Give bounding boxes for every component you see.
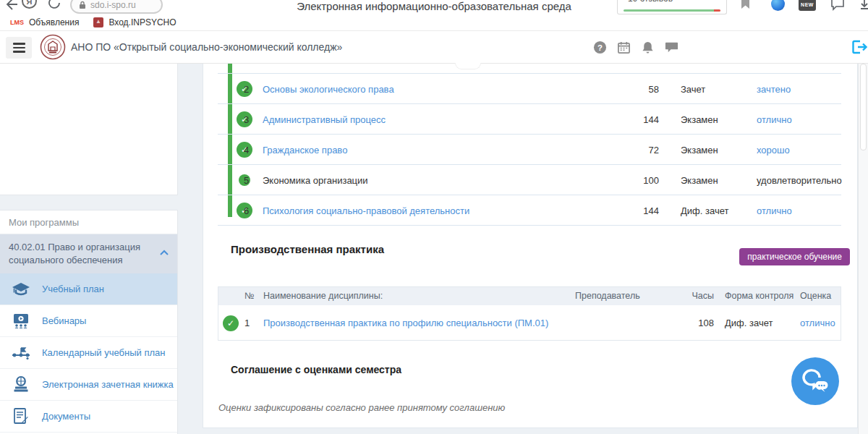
scrollbar-thumb[interactable] <box>860 64 867 150</box>
sidebar-item-gradebook[interactable]: Электронная зачетная книжка <box>0 369 177 401</box>
grade-link[interactable]: зачтено <box>757 84 791 95</box>
menu-toggle-button[interactable] <box>6 37 32 59</box>
agreement-title: Соглашение с оценками семестра <box>231 364 401 375</box>
sidebar-item-study-plan[interactable]: Учебный план <box>0 273 177 305</box>
app-header: АНО ПО «Открытый социально-экономический… <box>0 31 868 64</box>
practice-badge: практическое обучение <box>739 248 850 265</box>
table-row: ✓ 6 Психология социально-правовой деятел… <box>218 195 841 226</box>
reload-icon[interactable] <box>48 0 62 11</box>
app-window: Я sdo.i-spo.ru Электронная информационно… <box>0 0 868 434</box>
feedback-icon[interactable] <box>830 0 845 11</box>
discipline-link[interactable]: Административный процесс <box>263 114 386 125</box>
help-icon[interactable]: ? <box>593 41 607 54</box>
practice-table-header: № Наименование дисциплины: Преподаватель… <box>218 287 841 305</box>
notifications-bell-icon[interactable] <box>641 41 655 54</box>
svg-text:?: ? <box>597 43 603 52</box>
chat-bubbles-icon <box>801 368 830 394</box>
bookmark-announcements[interactable]: LMS Объявления <box>6 16 83 29</box>
organization-title: АНО ПО «Открытый социально-экономический… <box>71 41 342 53</box>
sidebar-item-documents[interactable]: Документы <box>0 401 177 433</box>
browser-toolbar: Я sdo.i-spo.ru Электронная информационно… <box>0 0 868 14</box>
sidebar-item-calendar-plan[interactable]: Календарный учебный план <box>0 337 177 369</box>
support-chat-button[interactable] <box>791 357 839 405</box>
webinar-icon <box>12 313 30 329</box>
table-row: 5 Экономика организации 100 Экзамен удов… <box>218 165 841 195</box>
downloads-icon[interactable] <box>859 0 868 12</box>
page-body: Мои программы 40.02.01 Право и организац… <box>0 64 868 434</box>
document-pencil-icon <box>12 408 30 425</box>
discipline-link[interactable]: Психология социально-правовой деятельнос… <box>263 205 469 216</box>
grade-label: удовлетворительно <box>757 175 842 186</box>
calendar-icon[interactable] <box>617 41 631 54</box>
rating-bar <box>624 9 720 12</box>
discipline-label: Экономика организации <box>263 175 368 186</box>
bookmark-inpsycho[interactable]: Вход.INPSYCHO <box>89 16 180 29</box>
lock-icon <box>79 1 86 9</box>
bookmarks-bar: LMS Объявления Вход.INPSYCHO <box>0 14 868 31</box>
sidebar-empty-panel <box>0 64 178 195</box>
browser-home-icon[interactable]: Я <box>22 0 37 9</box>
browser-logo-icon[interactable] <box>771 0 785 11</box>
college-emblem-logo <box>39 33 67 61</box>
table-row: ✓ 3 Административный процесс 144 Экзамен… <box>218 104 841 135</box>
grade-link[interactable]: отлично <box>757 205 792 216</box>
url-text: sdo.i-spo.ru <box>90 0 136 10</box>
globe-books-icon <box>12 376 30 393</box>
sidebar-section-title: Мои программы <box>0 210 177 234</box>
grade-link[interactable]: отлично <box>757 114 792 125</box>
table-row: ✓ 1 Производственная практика по профилю… <box>218 305 841 341</box>
agreement-note: Оценки зафиксированы согласно ранее прин… <box>218 402 505 413</box>
address-bar[interactable]: sdo.i-spo.ru <box>70 0 163 14</box>
grade-link[interactable]: хорошо <box>757 145 790 156</box>
back-icon[interactable] <box>4 0 18 12</box>
sidebar-menu: Мои программы 40.02.01 Право и организац… <box>0 210 178 434</box>
chevron-up-icon <box>160 250 169 255</box>
table-row: ✓ 2 Основы экологического права 58 Зачет… <box>218 74 841 104</box>
content-card: ✓ 2 Основы экологического права 58 Зачет… <box>203 64 858 428</box>
site-rating-widget[interactable]: 19 отзывов <box>617 0 727 14</box>
grade-link[interactable]: отлично <box>800 318 835 328</box>
scrollbar[interactable] <box>858 64 868 434</box>
graduation-cap-icon <box>12 282 30 297</box>
discipline-link[interactable]: Гражданское право <box>263 145 347 156</box>
bookmark-icon[interactable] <box>741 0 750 9</box>
logout-icon[interactable] <box>851 38 868 56</box>
check-circle-icon: ✓ <box>223 315 239 331</box>
practice-link[interactable]: Производственная практика по профилю спе… <box>263 318 548 328</box>
messages-icon[interactable] <box>665 41 678 54</box>
table-row: ✓ 4 Гражданское право 72 Экзамен хорошо <box>218 135 841 165</box>
practice-section-title: Производственная практика <box>231 243 384 255</box>
new-badge[interactable]: NEW <box>799 0 816 11</box>
lms-favicon: LMS <box>10 19 24 26</box>
sidebar-item-webinars[interactable]: Вебинары <box>0 305 177 337</box>
sidebar-program-item[interactable]: 40.02.01 Право и организация социального… <box>0 234 177 273</box>
page-title: Электронная информационно-образовательна… <box>217 0 651 12</box>
practice-table: № Наименование дисциплины: Преподаватель… <box>218 286 841 341</box>
table-row-partial <box>218 64 841 74</box>
discipline-link[interactable]: Основы экологического права <box>263 84 394 95</box>
milestones-icon <box>12 346 30 360</box>
crest-favicon <box>93 17 103 27</box>
